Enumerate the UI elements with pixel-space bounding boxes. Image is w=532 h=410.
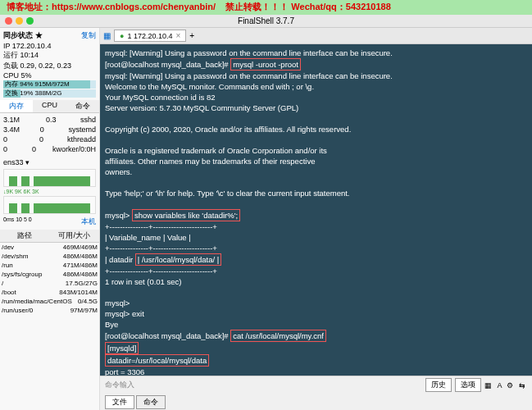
proc-row[interactable]: 00kworker/0:0H <box>3 144 96 154</box>
fs-row[interactable]: /run/user/097M/97M <box>0 306 99 315</box>
options-button[interactable]: 选项 <box>455 378 481 392</box>
bottom-panel: 命令输入 历史 选项 ▦ A ⚙ ⇆ 文件 命令 历史 ▾ ← ⟳ ▦ ⇅ <box>100 376 532 410</box>
history-button[interactable]: 历史 <box>425 378 452 392</box>
maximize-icon[interactable] <box>26 17 34 25</box>
session-tab[interactable]: ● 1 172.20.10.4 × <box>114 30 186 42</box>
tab-bar: ▦ ● 1 172.20.10.4 × + <box>100 28 532 44</box>
fs-row[interactable]: /dev/shm486M/486M <box>0 252 99 261</box>
ping-graph <box>3 196 96 214</box>
sidebar: 同步状态 ★复制 IP 172.20.10.4 运行 10:14 负载 0.29… <box>0 28 100 410</box>
cmds-tab[interactable]: 命令 <box>136 395 166 409</box>
folder-icon[interactable]: ▦ <box>103 31 111 40</box>
header-banner: 博客地址：https://www.cnblogs.com/chenyanbin/… <box>0 0 532 15</box>
window-titlebar: FinalShell 3.7.7 <box>0 15 532 28</box>
fs-row[interactable]: /boot843M/1014M <box>0 288 99 297</box>
copy-link[interactable]: 复制 <box>81 30 96 41</box>
fs-header: 路径可用/大小 <box>0 230 99 243</box>
fs-row[interactable]: /dev469M/469M <box>0 243 99 252</box>
cpu-label: CPU 5% <box>3 71 96 80</box>
minimize-icon[interactable] <box>16 17 23 25</box>
fs-list: /dev469M/469M/dev/shm486M/486M/run471M/4… <box>0 243 99 315</box>
window-title: FinalShell 3.7.7 <box>238 16 294 25</box>
load-label: 负载 0.29, 0.22, 0.23 <box>3 61 96 71</box>
fs-row[interactable]: /run/media/mac/CentOS0/4.5G <box>0 297 99 306</box>
net-graph <box>3 169 96 187</box>
proc-row[interactable]: 3.1M0.3sshd <box>3 115 96 125</box>
proc-row[interactable]: 3.4M0systemd <box>3 125 96 134</box>
proc-row[interactable]: 00kthreadd <box>3 134 96 144</box>
toolbar-icons[interactable]: ▦ A ⚙ ⇆ <box>484 381 527 390</box>
terminal[interactable]: mysql: [Warning] Using a password on the… <box>100 44 532 376</box>
fs-row[interactable]: /run471M/486M <box>0 261 99 270</box>
runtime-label: 运行 10:14 <box>3 50 96 61</box>
add-tab-icon[interactable]: + <box>189 31 194 40</box>
fs-row[interactable]: /17.5G/27G <box>0 279 99 288</box>
ip-label: IP 172.20.10.4 <box>3 42 96 50</box>
mem-bar: 内存 94% 915M/972M <box>3 80 96 89</box>
files-tab[interactable]: 文件 <box>105 395 134 409</box>
close-tab-icon[interactable]: × <box>176 31 181 40</box>
close-icon[interactable] <box>5 17 12 25</box>
local-btn[interactable]: 本机 <box>81 216 96 227</box>
process-list: 3.1M0.3sshd3.4M0systemd00kthreadd00kwork… <box>0 113 99 156</box>
net-iface[interactable]: ens33 ▾ <box>3 158 30 166</box>
status-title: 同步状态 ★ <box>3 30 43 41</box>
cmd-input-label: 命令输入 <box>105 380 422 390</box>
swap-bar: 交换 19% 388M/2G <box>3 89 96 98</box>
proc-header: 内存CPU命令 <box>0 100 99 113</box>
fs-row[interactable]: /sys/fs/cgroup486M/486M <box>0 270 99 279</box>
